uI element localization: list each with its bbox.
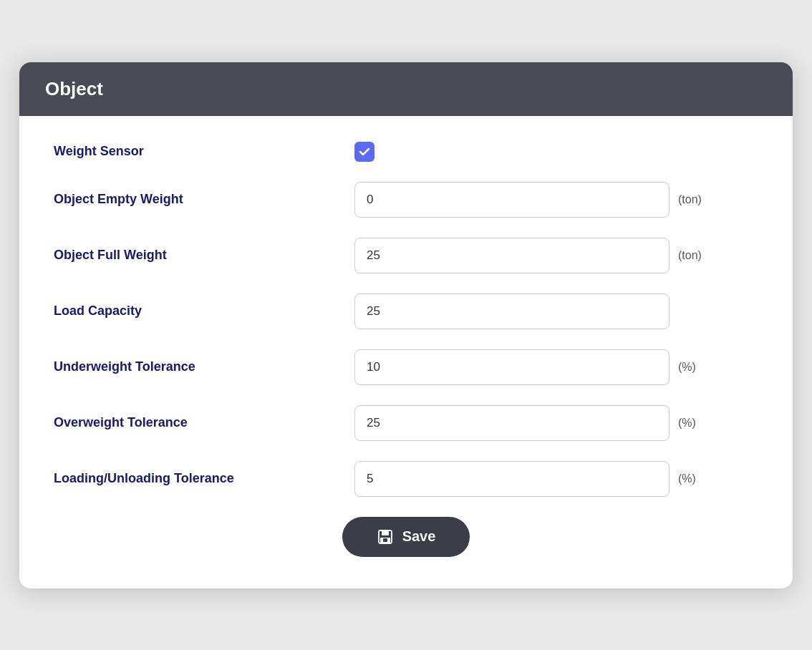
svg-rect-3 bbox=[383, 538, 387, 542]
input-wrap-loading-unloading-tolerance: (%) bbox=[354, 461, 758, 497]
input-underweight-tolerance[interactable] bbox=[354, 349, 670, 385]
input-load-capacity[interactable] bbox=[354, 294, 670, 329]
unit-underweight-tolerance: (%) bbox=[678, 361, 707, 374]
label-object-full-weight: Object Full Weight bbox=[54, 248, 354, 263]
unit-loading-unloading-tolerance: (%) bbox=[678, 472, 707, 485]
form-row-loading-unloading-tolerance: Loading/Unloading Tolerance (%) bbox=[54, 461, 758, 497]
form-row-object-empty-weight: Object Empty Weight (ton) bbox=[54, 182, 758, 218]
input-object-empty-weight[interactable] bbox=[354, 182, 670, 218]
input-wrap-underweight-tolerance: (%) bbox=[354, 349, 758, 385]
input-overweight-tolerance[interactable] bbox=[354, 405, 670, 441]
input-loading-unloading-tolerance[interactable] bbox=[354, 461, 670, 497]
modal-body: Weight Sensor Object Empty Weight (ton) … bbox=[19, 116, 793, 588]
unit-overweight-tolerance: (%) bbox=[678, 417, 707, 430]
form-row-underweight-tolerance: Underweight Tolerance (%) bbox=[54, 349, 758, 385]
label-overweight-tolerance: Overweight Tolerance bbox=[54, 415, 354, 430]
save-button-wrap: Save bbox=[54, 517, 758, 557]
form-row-weight-sensor: Weight Sensor bbox=[54, 142, 758, 162]
save-button-label: Save bbox=[402, 528, 436, 545]
input-wrap-object-empty-weight: (ton) bbox=[354, 182, 758, 218]
unit-object-empty-weight: (ton) bbox=[678, 193, 707, 206]
label-weight-sensor: Weight Sensor bbox=[54, 144, 354, 159]
form-row-overweight-tolerance: Overweight Tolerance (%) bbox=[54, 405, 758, 441]
input-wrap-object-full-weight: (ton) bbox=[354, 238, 758, 273]
modal-header: Object bbox=[19, 62, 793, 116]
object-modal: Object Weight Sensor Object Empty Weight… bbox=[19, 62, 793, 588]
checkbox-weight-sensor[interactable] bbox=[354, 142, 374, 162]
save-icon bbox=[377, 528, 394, 545]
form-row-object-full-weight: Object Full Weight (ton) bbox=[54, 238, 758, 273]
svg-rect-1 bbox=[382, 530, 389, 535]
label-loading-unloading-tolerance: Loading/Unloading Tolerance bbox=[54, 471, 354, 486]
unit-object-full-weight: (ton) bbox=[678, 249, 707, 262]
input-wrap-overweight-tolerance: (%) bbox=[354, 405, 758, 441]
label-underweight-tolerance: Underweight Tolerance bbox=[54, 359, 354, 374]
checkbox-wrap-weight-sensor bbox=[354, 142, 758, 162]
label-object-empty-weight: Object Empty Weight bbox=[54, 192, 354, 207]
input-object-full-weight[interactable] bbox=[354, 238, 670, 273]
input-wrap-load-capacity bbox=[354, 294, 758, 329]
form-row-load-capacity: Load Capacity bbox=[54, 294, 758, 329]
label-load-capacity: Load Capacity bbox=[54, 304, 354, 319]
modal-title: Object bbox=[45, 78, 767, 100]
checkmark-icon bbox=[358, 145, 371, 158]
save-button[interactable]: Save bbox=[342, 517, 470, 557]
